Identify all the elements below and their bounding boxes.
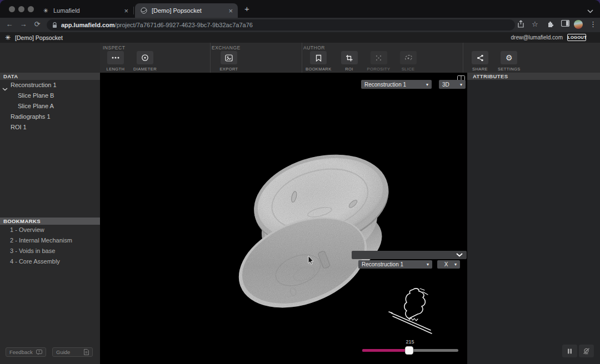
- bookmark-tool-button[interactable]: BOOKMARK: [306, 51, 332, 72]
- chevron-down-icon: ▾: [460, 82, 462, 87]
- tree-item-radiographs-1[interactable]: Radiographs 1: [11, 113, 51, 120]
- guide-button[interactable]: Guide: [52, 347, 93, 357]
- reload-icon[interactable]: ⟳: [32, 20, 42, 28]
- porosity-icon: [375, 54, 382, 62]
- camera-off-button[interactable]: [579, 345, 594, 357]
- guide-document-icon: [84, 349, 89, 355]
- tab-separator: [133, 7, 134, 14]
- browser-tab-strip: ✳ Lumafield × [Demo] Popsocket × +: [0, 0, 600, 18]
- lock-icon: [52, 22, 57, 28]
- exchange-section-label: EXCHANGE: [212, 45, 241, 50]
- bookmark-star-icon[interactable]: ☆: [532, 20, 538, 28]
- forward-icon[interactable]: →: [18, 20, 28, 28]
- slice-preview-image[interactable]: [388, 284, 452, 340]
- tree-item-slice-plane-a[interactable]: Slice Plane A: [18, 103, 54, 109]
- url-path: /project/7a7671d6-9927-4623-9bc7-9b32ac7…: [115, 22, 253, 28]
- inspect-section-label: INSPECT: [103, 45, 125, 50]
- tab-title: [Demo] Popsocket: [152, 7, 224, 14]
- bookmark-item-internal-mechanism[interactable]: 2 - Internal Mechanism: [10, 237, 72, 244]
- diameter-tool-button[interactable]: DIAMETER: [133, 51, 157, 72]
- attributes-panel-header: ATTRIBUTES: [467, 73, 600, 80]
- bookmark-item-core-assembly[interactable]: 4 - Core Assembly: [10, 258, 60, 265]
- app-header: ✳ [Demo] Popsocket drew@lumafield.com LO…: [0, 32, 600, 43]
- back-icon[interactable]: ←: [4, 20, 14, 28]
- slice-slider-thumb[interactable]: [405, 346, 413, 355]
- url-host: app.lumafield.com: [61, 22, 115, 28]
- new-tab-button[interactable]: +: [242, 4, 252, 14]
- slice-icon: [404, 54, 412, 62]
- tab-lumafield[interactable]: ✳ Lumafield ×: [37, 3, 133, 18]
- slice-panel-collapsed-bar[interactable]: [352, 251, 467, 259]
- roi-crop-icon: [346, 54, 353, 62]
- length-tool-button[interactable]: LENGTH: [104, 51, 127, 72]
- data-sidebar: DATA Reconstruction 1 Slice Plane B Slic…: [0, 43, 100, 364]
- tab-close-icon[interactable]: ×: [124, 7, 128, 14]
- tab-search-chevron-icon[interactable]: [587, 6, 593, 16]
- export-button[interactable]: EXPORT: [218, 51, 240, 72]
- bookmark-icon: [316, 54, 322, 62]
- url-input[interactable]: app.lumafield.com/project/7a7671d6-9927-…: [47, 19, 515, 31]
- window-close-button[interactable]: [9, 6, 15, 12]
- lumafield-logo-icon: ✳: [5, 34, 11, 41]
- browser-menu-kebab-icon[interactable]: ⋮: [589, 20, 597, 28]
- render-viewport[interactable]: Reconstruction 1 ▾ 3D ▾ Reconstruction 1…: [100, 73, 467, 364]
- camera-off-icon: [583, 348, 590, 355]
- slice-tool-button[interactable]: SLICE: [397, 51, 419, 72]
- slice-axis-select[interactable]: X ▾: [437, 260, 460, 269]
- tree-item-reconstruction-1[interactable]: Reconstruction 1: [11, 82, 57, 88]
- data-panel-header: DATA: [0, 73, 100, 80]
- toolbar-separator: [463, 43, 463, 73]
- pause-icon: [567, 348, 572, 354]
- tab-close-icon[interactable]: ×: [228, 7, 233, 14]
- profile-avatar[interactable]: [574, 20, 583, 29]
- view-mode-select[interactable]: 3D ▾: [439, 80, 466, 89]
- bookmark-item-voids-in-base[interactable]: 3 - Voids in base: [10, 247, 55, 254]
- tab-demo-popsocket[interactable]: [Demo] Popsocket ×: [135, 3, 238, 18]
- globe-favicon-icon: [140, 7, 148, 14]
- reconstruction-select[interactable]: Reconstruction 1 ▾: [361, 80, 432, 89]
- share-page-icon[interactable]: [517, 20, 524, 28]
- window-minimize-button[interactable]: [18, 6, 24, 12]
- attributes-panel: ATTRIBUTES: [467, 73, 600, 364]
- slice-reconstruction-select[interactable]: Reconstruction 1 ▾: [358, 260, 432, 269]
- porosity-tool-button[interactable]: POROSITY: [367, 51, 391, 72]
- main-toolbar: INSPECT EXCHANGE AUTHOR LENGTH DIAMETER …: [100, 43, 600, 73]
- settings-button[interactable]: ⚙ SETTINGS: [498, 51, 521, 72]
- extensions-puzzle-icon[interactable]: [547, 20, 554, 28]
- project-title: [Demo] Popsocket: [15, 34, 63, 41]
- app-window: ✳ Lumafield × [Demo] Popsocket × + ← → ⟳…: [0, 0, 600, 364]
- share-icon: [477, 54, 484, 62]
- pause-button[interactable]: [562, 345, 577, 357]
- lumafield-favicon-icon: ✳: [42, 7, 49, 14]
- logout-button[interactable]: LOGOUT: [567, 34, 586, 41]
- tab-title: Lumafield: [53, 7, 119, 14]
- diameter-icon: [141, 54, 149, 62]
- bookmarks-panel-header: BOOKMARKS: [0, 218, 100, 225]
- tree-item-slice-plane-b[interactable]: Slice Plane B: [18, 92, 54, 99]
- roi-tool-button[interactable]: ROI: [338, 51, 361, 72]
- feedback-bubble-icon: [36, 350, 42, 355]
- chevron-down-icon: [456, 253, 463, 257]
- length-icon: [112, 56, 119, 59]
- toolbar-separator: [210, 43, 211, 73]
- user-email: drew@lumafield.com: [511, 34, 563, 41]
- chevron-down-icon: ▾: [454, 262, 457, 267]
- browser-address-bar: ← → ⟳ app.lumafield.com/project/7a7671d6…: [0, 18, 600, 32]
- toolbar-separator: [302, 43, 302, 73]
- author-section-label: AUTHOR: [303, 45, 325, 50]
- export-image-icon: [225, 54, 233, 62]
- slice-index-value: 215: [399, 339, 421, 345]
- share-button[interactable]: SHARE: [469, 51, 491, 72]
- window-zoom-button[interactable]: [28, 6, 34, 12]
- bookmark-item-overview[interactable]: 1 - Overview: [10, 226, 44, 233]
- slice-slider-fill: [362, 349, 407, 352]
- tree-item-roi-1[interactable]: ROI 1: [11, 124, 27, 130]
- chevron-down-icon: ▾: [426, 82, 428, 87]
- chevron-down-icon[interactable]: [2, 83, 8, 93]
- gear-icon: ⚙: [506, 54, 513, 62]
- chevron-down-icon: ▾: [427, 262, 429, 267]
- side-panel-icon[interactable]: [561, 20, 569, 27]
- feedback-button[interactable]: Feedback: [6, 347, 46, 357]
